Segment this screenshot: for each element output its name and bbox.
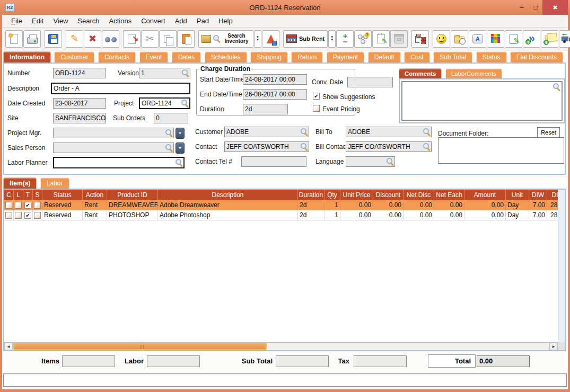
bill-to-lookup-icon[interactable] [423,128,431,136]
project-mgr-dropdown[interactable]: ▼ [176,128,185,139]
vertical-scrollbar[interactable] [558,190,565,342]
column-header[interactable]: S [33,190,42,200]
column-header[interactable]: Unit [506,190,529,200]
checkbox-s[interactable] [34,212,41,219]
tab-dates[interactable]: Dates [172,51,201,63]
sub-orders-field[interactable]: 0 [154,113,188,123]
column-header[interactable]: T [23,190,33,200]
project-mgr-field[interactable] [53,128,174,138]
checkbox-t[interactable]: ✔ [24,202,31,209]
menu-pad[interactable]: Pad [192,16,214,26]
project-field[interactable]: ORD-1124 [139,97,190,109]
column-header[interactable]: Unit Price [340,190,373,200]
column-header[interactable]: DIM [547,190,558,200]
maximize-button[interactable]: □ [529,2,542,13]
history-folder-button[interactable] [451,30,468,48]
tab-information[interactable]: Information [3,51,51,63]
column-header[interactable]: DIW [529,190,547,200]
bill-contact-lookup-icon[interactable] [423,143,431,150]
bill-to-field[interactable]: ADOBE [346,127,432,137]
conv-date-field[interactable] [347,77,393,87]
search-inventory-dropdown[interactable]: ▼▼ [254,30,261,48]
column-header[interactable]: Action [83,190,107,200]
delete-button[interactable]: ✖ [84,30,101,48]
checkbox-c[interactable] [5,212,12,219]
tab-shipping[interactable]: Shipping [250,51,288,63]
show-suggestions-checkbox[interactable]: ✔ [313,93,320,100]
contact-tel-field[interactable] [241,156,306,167]
print-button[interactable] [23,30,41,48]
description-field[interactable]: Order - A [51,83,190,94]
menu-view[interactable]: View [48,16,73,26]
column-header[interactable]: Status [42,190,83,200]
checkbox-l[interactable] [15,212,22,219]
checkbox-s[interactable] [34,202,41,209]
items-total-field[interactable] [62,355,115,367]
sub-rent-button[interactable]: Sub Rent [283,30,328,48]
language-field[interactable] [346,156,395,167]
resources-button[interactable]: ? [354,30,372,48]
tab-sub-total[interactable]: Sub Total [433,51,472,63]
tab-flat-discounts[interactable]: Flat Discounts [510,51,563,63]
column-header[interactable]: Discount [373,190,404,200]
menu-help[interactable]: Help [214,16,238,26]
language-lookup-icon[interactable] [387,158,394,165]
blocks-button[interactable] [487,30,504,48]
contact-lookup-icon[interactable] [301,143,308,150]
labor-planner-lookup-icon[interactable] [176,159,183,166]
assign-button[interactable]: ↘ [123,30,141,48]
tab-schedules[interactable]: Schedules [205,51,247,63]
total-field[interactable]: 0.00 [477,355,530,367]
add-remove-button[interactable]: +− [336,30,354,48]
sales-person-dropdown[interactable]: ▼ [176,142,185,154]
horizontal-scrollbar[interactable]: ◄ ► [4,342,558,350]
number-field[interactable]: ORD-1124 [53,68,106,78]
scroll-left-button[interactable]: ◄ [4,343,13,350]
notes-button[interactable]: ✎ [372,30,390,48]
date-created-field[interactable]: 23-08-2017 [53,98,106,109]
tab-items[interactable]: Item(s) [3,177,37,189]
column-header[interactable]: Product ID [107,190,158,200]
sales-person-lookup-icon[interactable] [165,144,173,152]
billing-notes-button[interactable]: $ [541,30,558,48]
reset-button[interactable]: Reset [537,127,560,138]
column-header[interactable]: Duration [298,190,325,200]
project-mgr-lookup-icon[interactable] [165,129,173,137]
edit-document-button[interactable]: ✎ [505,30,522,48]
column-header[interactable]: Qty [325,190,340,200]
table-row[interactable]: ✔ Reserved Rent DREAMWEAVER Adobe Dreamw… [4,200,558,210]
column-header[interactable]: L [14,190,23,200]
menu-add[interactable]: Add [170,16,192,26]
tab-cost[interactable]: Cost [404,51,430,63]
search-inventory-button[interactable]: Search Inventory [198,30,253,48]
tab-customer[interactable]: Customer [54,51,94,63]
comments-lookup-icon[interactable] [553,83,560,91]
checkbox-t[interactable]: ✔ [24,212,31,219]
column-header[interactable]: Amount [464,190,506,200]
hierarchy-button[interactable] [411,30,429,48]
shortcut-key-button[interactable]: A [469,30,486,48]
menu-edit[interactable]: Edit [27,16,48,26]
menu-convert[interactable]: Convert [136,16,170,26]
tab-comments[interactable]: Comments [399,68,442,79]
labor-planner-field[interactable] [53,157,185,168]
comments-textarea[interactable] [401,81,563,121]
bill-contact-field[interactable]: JEFF COATSWORTH [346,141,432,152]
new-order-button[interactable] [5,30,23,48]
tab-event[interactable]: Event [139,51,169,63]
table-row[interactable]: ✔ Reserved Rent PHOTOSHOP Adobe Photosho… [4,210,558,220]
menu-actions[interactable]: Actions [104,16,137,26]
customer-field[interactable]: ADOBE [224,127,309,137]
tab-default[interactable]: Default [368,51,401,63]
scrollbar-thumb[interactable] [13,343,267,350]
tab-status[interactable]: Status [476,51,507,63]
tab-labor[interactable]: Labor [40,177,69,189]
event-pricing-checkbox[interactable] [313,105,320,112]
contact-field[interactable]: JEFF COATSWORTH [224,141,309,152]
version-lookup-icon[interactable] [182,69,189,77]
close-button[interactable]: ✖ [542,0,568,15]
document-folder-textarea[interactable] [438,137,564,164]
labor-total-field[interactable] [147,355,200,367]
paste-button[interactable] [177,30,195,48]
edit-button[interactable]: ✎ [66,30,83,48]
